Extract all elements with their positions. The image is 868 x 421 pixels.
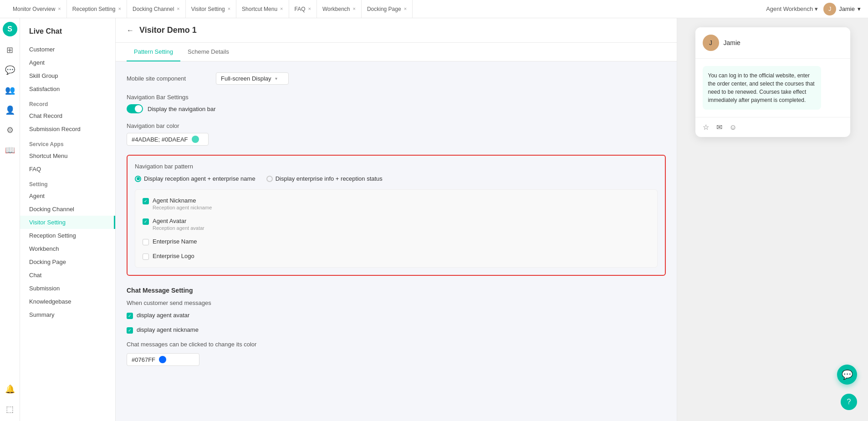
sidebar-title: Live Chat [20,24,115,43]
radio-group: Display reception agent + enterprise nam… [135,175,658,182]
mobile-site-select[interactable]: Full-screen Display ▾ [216,72,289,85]
display-nav-toggle[interactable] [127,104,143,113]
sidebar-item-docking-page[interactable]: Docking Page [20,255,115,269]
tab-close-icon[interactable]: × [352,6,355,11]
top-tab-reception-setting[interactable]: Reception Setting× [67,0,127,18]
preview-panel: J Jamie You can log in to the official w… [677,18,868,421]
mail-icon[interactable]: ✉ [716,123,722,132]
sidebar-item-shortcut-menu[interactable]: Shortcut Menu [20,149,115,162]
checkbox-agent-avatar[interactable]: ✓ [143,218,149,225]
star-icon[interactable]: ☆ [703,123,709,132]
tab-pattern-setting[interactable]: Pattern Setting [127,43,180,61]
checkbox-enterprise-name[interactable] [143,239,149,245]
mobile-site-arrow-icon: ▾ [275,76,277,81]
sidebar-item-chat[interactable]: Chat [20,269,115,282]
checkbox-display-agent-avatar[interactable]: ✓ [127,313,133,319]
icon-bar-bell[interactable]: 🔔 [2,381,18,397]
tab-close-icon[interactable]: × [308,6,311,11]
checkmark-agent-nickname: ✓ [144,199,148,203]
top-tab-faq[interactable]: FAQ× [289,0,317,18]
top-tab-workbench[interactable]: Workbench× [317,0,362,18]
top-tab-docking-channel[interactable]: Docking Channel× [127,0,186,18]
icon-bar-book[interactable]: 📖 [2,142,18,158]
chat-bubble: You can log in to the official website, … [703,66,821,110]
settings-panel: Mobile site component Full-screen Displa… [116,61,677,421]
nav-bar-color-dot [192,136,199,143]
checkbox-text-display-agent-avatar: display agent avatar [137,312,189,319]
sidebar-item-agent[interactable]: Agent [20,56,115,69]
chat-fab-button[interactable]: 💬 [837,365,857,385]
top-tab-visitor-setting[interactable]: Visitor Setting× [186,0,236,18]
checkbox-row-display-agent-avatar: ✓ display agent avatar [127,312,666,319]
radio-dot-2 [266,176,273,182]
tab-label: Docking Channel [133,6,174,12]
sidebar-item-satisfaction[interactable]: Satisfaction [20,82,115,96]
tab-close-icon[interactable]: × [404,6,407,11]
sidebar-section-service-apps: Service Apps [20,136,115,149]
checkbox-row-enterprise-logo: Enterprise Logo [143,253,650,260]
sidebar-item-skill-group[interactable]: Skill Group [20,69,115,82]
tab-close-icon[interactable]: × [58,6,61,11]
help-button[interactable]: ? [841,394,857,410]
top-tab-shortcut-menu[interactable]: Shortcut Menu× [236,0,289,18]
nav-bar-settings: Navigation Bar Settings Display the navi… [127,94,666,113]
sidebar-item-faq[interactable]: FAQ [20,162,115,176]
checkbox-agent-nickname[interactable]: ✓ [143,198,149,204]
chat-color-input[interactable]: #0767FF [127,353,199,366]
icon-bar-home[interactable]: ⊞ [2,42,18,58]
user-avatar: J [823,3,836,15]
tab-label: Visitor Setting [191,6,225,12]
radio-option-2-label: Display enterprise info + reception stat… [276,175,383,182]
checkbox-label-agent-nickname: Agent Nickname Reception agent nickname [153,197,212,210]
radio-option-1-label: Display reception agent + enterprise nam… [144,175,255,182]
sidebar-item-visitor-setting[interactable]: Visitor Setting [20,216,115,229]
display-nav-label: Display the navigation bar [148,106,216,112]
checkbox-display-agent-nickname[interactable]: ✓ [127,327,133,334]
sidebar-item-docking-channel[interactable]: Docking Channel [20,203,115,216]
top-tab-docking-page[interactable]: Docking Page× [362,0,413,18]
tab-close-icon[interactable]: × [280,6,283,11]
icon-bar-people[interactable]: 👥 [2,82,18,98]
checkbox-text-enterprise-logo: Enterprise Logo [153,253,194,259]
sidebar-item-chat-record[interactable]: Chat Record [20,109,115,122]
radio-option-2[interactable]: Display enterprise info + reception stat… [266,175,383,182]
checkbox-enterprise-logo[interactable] [143,254,149,260]
emoji-icon[interactable]: ☺ [730,123,737,132]
chat-fab-icon: 💬 [842,369,853,380]
sidebar-item-submission-record[interactable]: Submission Record [20,122,115,136]
back-button[interactable]: ← [127,26,134,35]
checkbox-row-enterprise-name: Enterprise Name [143,238,650,245]
icon-bar-chat[interactable]: 💬 [2,62,18,78]
main-layout: S ⊞ 💬 👥 👤 ⚙ 📖 🔔 ⬚ Live Chat Customer Age… [0,18,868,421]
sidebar-item-summary[interactable]: Summary [20,308,115,321]
top-tab-monitor-overview[interactable]: Monitor Overview× [7,0,67,18]
sidebar-item-agent-setting[interactable]: Agent [20,189,115,203]
agent-workbench-btn[interactable]: Agent Workbench ▾ [766,5,818,12]
icon-bar-person[interactable]: 👤 [2,102,18,118]
top-bar: Monitor Overview×Reception Setting×Docki… [0,0,868,18]
checkbox-text-agent-avatar: Agent Avatar [153,218,204,224]
radio-option-1[interactable]: Display reception agent + enterprise nam… [135,175,255,182]
mobile-site-row: Mobile site component Full-screen Displa… [127,72,666,85]
sidebar-item-workbench[interactable]: Workbench [20,242,115,255]
checkbox-options: ✓ Agent Nickname Reception agent nicknam… [135,189,658,268]
tab-scheme-details[interactable]: Scheme Details [180,43,236,61]
tab-close-icon[interactable]: × [118,6,121,11]
user-info[interactable]: J Jamie ▾ [823,3,861,15]
sidebar-item-reception-setting[interactable]: Reception Setting [20,229,115,242]
icon-bar-settings[interactable]: ⚙ [2,122,18,138]
sidebar-item-knowledgebase[interactable]: Knowledgebase [20,295,115,308]
icon-bar-export[interactable]: ⬚ [2,401,18,417]
tab-close-icon[interactable]: × [228,6,230,11]
chat-widget-header: J Jamie [695,27,850,59]
radio-dot-1 [135,176,141,182]
sidebar-item-customer[interactable]: Customer [20,43,115,56]
sidebar-item-submission[interactable]: Submission [20,282,115,295]
pattern-section-label: Navigation bar pattern [135,163,658,170]
nav-bar-color-input[interactable]: #4ADABE; #0DAEAF [127,133,209,146]
chat-msg-section: Chat Message Setting When customer send … [127,287,666,366]
tab-close-icon[interactable]: × [177,6,179,11]
mobile-site-value: Full-screen Display [221,75,271,82]
nav-bar-color-row: Navigation bar color #4ADABE; #0DAEAF [127,122,666,146]
chat-agent-name: Jamie [724,39,740,46]
